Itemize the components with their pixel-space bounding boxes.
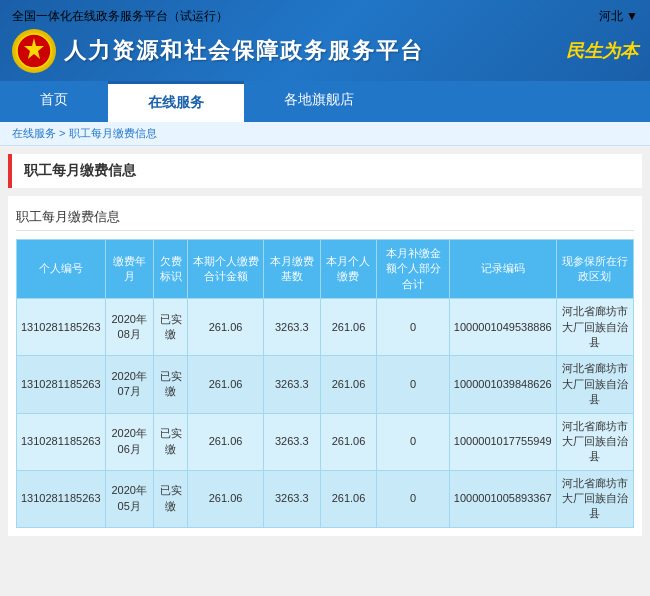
cell-fee: 261.06	[320, 356, 377, 413]
header: 全国一体化在线政务服务平台（试运行） 河北 ▼ 人力资源和社会保障政务服务平台 …	[0, 0, 650, 81]
cell-year-month: 2020年07月	[105, 356, 153, 413]
cell-base: 3263.3	[263, 470, 320, 527]
header-main: 人力资源和社会保障政务服务平台 民生为本	[12, 29, 638, 81]
cell-supplement: 0	[377, 413, 449, 470]
cell-personal-id: 1310281185263	[17, 413, 106, 470]
platform-name: 全国一体化在线政务服务平台（试运行）	[12, 8, 228, 25]
cell-fee: 261.06	[320, 413, 377, 470]
col-personal-fee: 本月个人缴费	[320, 240, 377, 299]
cell-region: 河北省廊坊市大厂回族自治县	[556, 470, 633, 527]
cell-record: 1000001039848626	[449, 356, 556, 413]
cell-record: 1000001049538886	[449, 299, 556, 356]
cell-status: 已实缴	[153, 470, 187, 527]
cell-fee: 261.06	[320, 470, 377, 527]
cell-supplement: 0	[377, 299, 449, 356]
col-total-personal: 本期个人缴费合计金额	[188, 240, 264, 299]
col-base: 本月缴费基数	[263, 240, 320, 299]
cell-year-month: 2020年08月	[105, 299, 153, 356]
cell-base: 3263.3	[263, 299, 320, 356]
table-row: 13102811852632020年05月已实缴261.063263.3261.…	[17, 470, 634, 527]
cell-year-month: 2020年05月	[105, 470, 153, 527]
cell-personal-id: 1310281185263	[17, 356, 106, 413]
nav-home[interactable]: 首页	[0, 81, 108, 122]
cell-base: 3263.3	[263, 413, 320, 470]
site-title: 人力资源和社会保障政务服务平台	[64, 36, 424, 66]
table-row: 13102811852632020年07月已实缴261.063263.3261.…	[17, 356, 634, 413]
cell-total: 261.06	[188, 413, 264, 470]
cell-region: 河北省廊坊市大厂回族自治县	[556, 356, 633, 413]
breadcrumb-sep: >	[59, 127, 68, 139]
logo-area: 人力资源和社会保障政务服务平台	[12, 29, 424, 73]
section-title: 职工每月缴费信息	[16, 204, 634, 231]
col-supplement: 本月补缴金额个人部分合计	[377, 240, 449, 299]
nav-online-service[interactable]: 在线服务	[108, 81, 244, 122]
national-emblem	[12, 29, 56, 73]
col-status: 欠费标识	[153, 240, 187, 299]
cell-year-month: 2020年06月	[105, 413, 153, 470]
cell-record: 1000001005893367	[449, 470, 556, 527]
region-selector[interactable]: 河北 ▼	[599, 8, 638, 25]
cell-total: 261.06	[188, 470, 264, 527]
col-region: 现参保所在行政区划	[556, 240, 633, 299]
breadcrumb-online[interactable]: 在线服务	[12, 127, 56, 139]
col-personal-id: 个人编号	[17, 240, 106, 299]
cell-supplement: 0	[377, 470, 449, 527]
main-nav: 首页 在线服务 各地旗舰店	[0, 81, 650, 122]
data-table-wrap: 个人编号 缴费年月 欠费标识 本期个人缴费合计金额 本月缴费基数 本月个人缴费 …	[16, 239, 634, 528]
cell-record: 1000001017755949	[449, 413, 556, 470]
cell-supplement: 0	[377, 356, 449, 413]
content-area: 职工每月缴费信息 个人编号 缴费年月 欠费标识 本期个人缴费合计金额 本月缴费基…	[8, 196, 642, 536]
cell-status: 已实缴	[153, 299, 187, 356]
slogan: 民生为本	[566, 39, 638, 63]
cell-fee: 261.06	[320, 299, 377, 356]
header-top: 全国一体化在线政务服务平台（试运行） 河北 ▼	[12, 8, 638, 25]
cell-personal-id: 1310281185263	[17, 470, 106, 527]
table-row: 13102811852632020年06月已实缴261.063263.3261.…	[17, 413, 634, 470]
cell-base: 3263.3	[263, 356, 320, 413]
nav-flagship[interactable]: 各地旗舰店	[244, 81, 394, 122]
cell-status: 已实缴	[153, 356, 187, 413]
page-title: 职工每月缴费信息	[8, 154, 642, 188]
breadcrumb-current: 职工每月缴费信息	[69, 127, 157, 139]
cell-region: 河北省廊坊市大厂回族自治县	[556, 299, 633, 356]
col-year-month: 缴费年月	[105, 240, 153, 299]
breadcrumb: 在线服务 > 职工每月缴费信息	[0, 122, 650, 146]
cell-personal-id: 1310281185263	[17, 299, 106, 356]
cell-status: 已实缴	[153, 413, 187, 470]
cell-region: 河北省廊坊市大厂回族自治县	[556, 413, 633, 470]
cell-total: 261.06	[188, 356, 264, 413]
table-header-row: 个人编号 缴费年月 欠费标识 本期个人缴费合计金额 本月缴费基数 本月个人缴费 …	[17, 240, 634, 299]
cell-total: 261.06	[188, 299, 264, 356]
col-record-code: 记录编码	[449, 240, 556, 299]
table-row: 13102811852632020年08月已实缴261.063263.3261.…	[17, 299, 634, 356]
fee-table: 个人编号 缴费年月 欠费标识 本期个人缴费合计金额 本月缴费基数 本月个人缴费 …	[16, 239, 634, 528]
